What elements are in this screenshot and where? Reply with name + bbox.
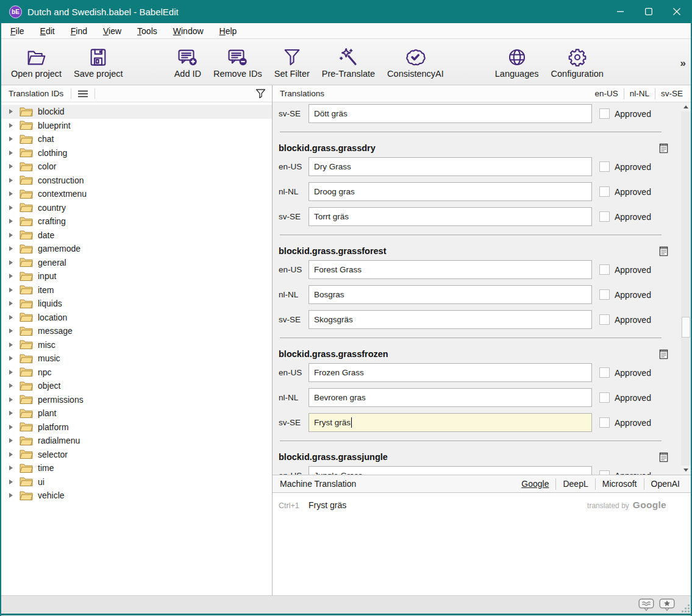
- translation-input-sv-se[interactable]: Torrt gräs: [309, 207, 592, 226]
- tree-item-liquids[interactable]: liquids: [1, 297, 272, 311]
- expand-arrow-icon[interactable]: [9, 136, 13, 141]
- scroll-up-button[interactable]: [681, 102, 691, 112]
- notes-icon[interactable]: [658, 245, 669, 257]
- rate-app-button[interactable]: [659, 598, 675, 615]
- tree-item-radialmenu[interactable]: radialmenu: [1, 434, 272, 448]
- expand-arrow-icon[interactable]: [9, 164, 13, 169]
- tree-item-location[interactable]: location: [1, 311, 272, 325]
- tree-item-country[interactable]: country: [1, 201, 272, 215]
- scrollbar-thumb[interactable]: [682, 317, 690, 338]
- minimize-button[interactable]: [607, 0, 635, 23]
- tree-filter-button[interactable]: [249, 88, 272, 99]
- notes-icon[interactable]: [658, 142, 669, 154]
- tree-item-input[interactable]: input: [1, 269, 272, 283]
- tree-item-time[interactable]: time: [1, 461, 272, 475]
- scroll-down-button[interactable]: [681, 466, 691, 475]
- tree-item-chat[interactable]: chat: [1, 132, 272, 146]
- approved-checkbox[interactable]: [599, 417, 610, 428]
- expand-arrow-icon[interactable]: [9, 493, 13, 498]
- mt-provider-tab-deepl[interactable]: DeepL: [555, 478, 594, 490]
- translation-input-en-us[interactable]: Dry Grass: [309, 157, 592, 176]
- approved-checkbox[interactable]: [599, 367, 610, 378]
- tree-item-selector[interactable]: selector: [1, 448, 272, 462]
- approved-checkbox[interactable]: [599, 211, 610, 222]
- approved-checkbox[interactable]: [599, 392, 610, 403]
- approved-checkbox[interactable]: [599, 289, 610, 300]
- vertical-scrollbar[interactable]: [681, 102, 691, 475]
- mt-provider-tab-microsoft[interactable]: Microsoft: [595, 478, 644, 490]
- translation-input-en-us[interactable]: Forest Grass: [309, 260, 592, 279]
- expand-arrow-icon[interactable]: [9, 315, 13, 320]
- tree-item-vehicle[interactable]: vehicle: [1, 489, 272, 503]
- expand-arrow-icon[interactable]: [9, 425, 13, 430]
- tree-item-item[interactable]: item: [1, 283, 272, 297]
- menu-item-window[interactable]: Window: [165, 24, 212, 38]
- expand-arrow-icon[interactable]: [9, 411, 13, 416]
- language-column-en-us[interactable]: en-US: [589, 88, 623, 99]
- mt-provider-tab-openai[interactable]: OpenAI: [644, 478, 687, 490]
- expand-arrow-icon[interactable]: [9, 246, 13, 251]
- menu-item-file[interactable]: File: [2, 24, 32, 38]
- tree-item-permissions[interactable]: permissions: [1, 393, 272, 407]
- tree-item-date[interactable]: date: [1, 228, 272, 243]
- expand-arrow-icon[interactable]: [9, 397, 13, 402]
- tree-item-general[interactable]: general: [1, 256, 272, 270]
- tree-item-gamemode[interactable]: gamemode: [1, 242, 272, 256]
- translation-input-nl-nl[interactable]: Bosgras: [309, 285, 592, 304]
- expand-arrow-icon[interactable]: [9, 466, 13, 470]
- languages-button[interactable]: Languages: [489, 41, 545, 83]
- toolbar-overflow-chevron-icon[interactable]: »: [680, 57, 686, 69]
- approved-checkbox[interactable]: [599, 264, 610, 275]
- expand-arrow-icon[interactable]: [9, 480, 13, 484]
- view-options-button[interactable]: [71, 90, 95, 98]
- expand-arrow-icon[interactable]: [9, 288, 13, 292]
- menu-item-tools[interactable]: Tools: [129, 24, 165, 38]
- remove-ids-button[interactable]: Remove IDs: [207, 41, 268, 83]
- translation-input-nl-nl[interactable]: Droog gras: [309, 182, 592, 201]
- tree-item-blueprint[interactable]: blueprint: [1, 119, 272, 133]
- language-column-sv-se[interactable]: sv-SE: [655, 88, 688, 99]
- approved-checkbox[interactable]: [599, 108, 610, 119]
- tree-item-plant[interactable]: plant: [1, 406, 272, 420]
- menu-item-find[interactable]: Find: [63, 24, 95, 38]
- translation-input-sv-se[interactable]: Skogsgräs: [309, 310, 592, 329]
- mt-provider-tab-google[interactable]: Google: [515, 478, 555, 490]
- expand-arrow-icon[interactable]: [9, 123, 13, 128]
- resize-grip[interactable]: [681, 604, 690, 612]
- expand-arrow-icon[interactable]: [9, 109, 13, 114]
- tree-item-misc[interactable]: misc: [1, 338, 272, 352]
- expand-arrow-icon[interactable]: [9, 452, 13, 457]
- translation-input-en-us[interactable]: Frozen Grass: [309, 363, 592, 382]
- tree-item-contextmenu[interactable]: contextmenu: [1, 187, 272, 201]
- feedback-bubble-button[interactable]: [638, 598, 654, 615]
- menu-item-help[interactable]: Help: [212, 24, 245, 38]
- expand-arrow-icon[interactable]: [9, 370, 13, 375]
- translation-input-sv-se[interactable]: Dött gräs: [309, 104, 592, 123]
- consistencyai-button[interactable]: ConsistencyAI: [381, 41, 450, 83]
- menu-item-view[interactable]: View: [95, 24, 129, 38]
- menu-item-edit[interactable]: Edit: [32, 24, 63, 38]
- expand-arrow-icon[interactable]: [9, 438, 13, 443]
- expand-arrow-icon[interactable]: [9, 328, 13, 333]
- maximize-button[interactable]: [635, 0, 663, 23]
- expand-arrow-icon[interactable]: [9, 356, 13, 361]
- approved-checkbox[interactable]: [599, 470, 610, 475]
- approved-checkbox[interactable]: [599, 186, 610, 197]
- tree-item-blockid[interactable]: blockid: [1, 105, 272, 119]
- expand-arrow-icon[interactable]: [9, 342, 13, 347]
- tree-item-color[interactable]: color: [1, 160, 272, 174]
- tree-item-crafting[interactable]: crafting: [1, 214, 272, 228]
- expand-arrow-icon[interactable]: [9, 191, 13, 196]
- expand-arrow-icon[interactable]: [9, 260, 13, 265]
- expand-arrow-icon[interactable]: [9, 205, 13, 210]
- suggestion-text[interactable]: Fryst gräs: [309, 500, 346, 510]
- tree-item-music[interactable]: music: [1, 352, 272, 366]
- language-column-nl-nl[interactable]: nl-NL: [624, 88, 655, 99]
- add-id-button[interactable]: Add ID: [168, 41, 207, 83]
- close-button[interactable]: [663, 0, 691, 23]
- tree-item-platform[interactable]: platform: [1, 420, 272, 434]
- tree-item-message[interactable]: message: [1, 324, 272, 338]
- tree-item-object[interactable]: object: [1, 379, 272, 393]
- expand-arrow-icon[interactable]: [9, 219, 13, 224]
- pre-translate-button[interactable]: Pre-Translate: [316, 41, 381, 83]
